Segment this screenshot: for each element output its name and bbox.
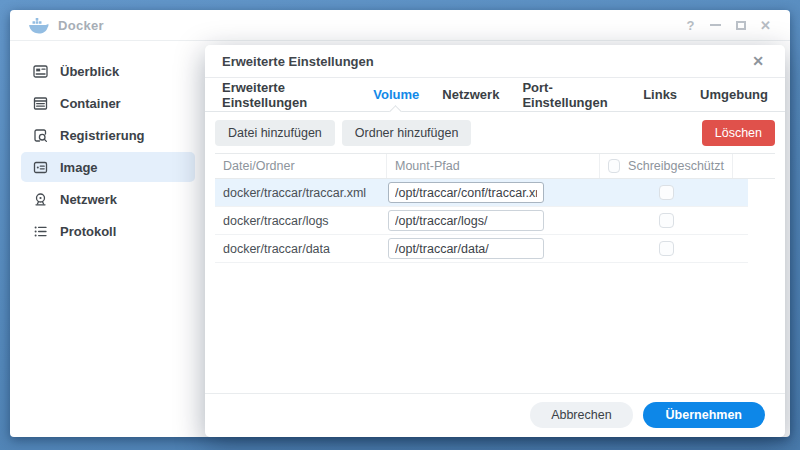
sidebar-item-label: Überblick: [60, 64, 119, 79]
network-icon: [32, 191, 49, 208]
dialog-header: Erweiterte Einstellungen ✕: [205, 45, 785, 78]
container-icon: [32, 95, 49, 112]
mount-path-cell: [387, 238, 600, 259]
readonly-checkbox[interactable]: [659, 213, 674, 228]
tab-links[interactable]: Links: [643, 78, 677, 111]
dialog-footer: Abbrechen Übernehmen: [205, 393, 785, 437]
sidebar-item-image[interactable]: Image: [21, 152, 195, 182]
volume-table: Datei/Ordner Mount-Pfad Schreibgeschützt…: [215, 153, 775, 263]
readonly-cell: [600, 213, 733, 228]
titlebar: Docker ? ✕: [10, 10, 790, 41]
tab-volume[interactable]: Volume: [373, 78, 419, 111]
close-icon[interactable]: ✕: [753, 14, 778, 36]
file-path-cell: docker/traccar/logs: [215, 214, 387, 228]
mount-path-input[interactable]: [388, 182, 544, 203]
file-path-cell: docker/traccar/data: [215, 242, 387, 256]
readonly-cell: [600, 185, 733, 200]
sidebar-item-label: Container: [60, 96, 121, 111]
log-icon: [32, 223, 49, 240]
column-header-file[interactable]: Datei/Ordner: [215, 154, 387, 178]
mount-path-cell: [387, 210, 600, 231]
table-row[interactable]: docker/traccar/logs: [215, 207, 748, 235]
maximize-icon[interactable]: [728, 14, 753, 36]
sidebar-item-ueberblick[interactable]: Überblick: [21, 56, 195, 86]
mount-path-input[interactable]: [388, 210, 544, 231]
sidebar-item-netzwerk[interactable]: Netzwerk: [21, 184, 195, 214]
registry-icon: [32, 127, 49, 144]
sidebar-item-registrierung[interactable]: Registrierung: [21, 120, 195, 150]
window-controls: ? ✕: [678, 14, 790, 36]
readonly-cell: [600, 241, 733, 256]
table-row[interactable]: docker/traccar/traccar.xml: [215, 179, 748, 207]
cancel-button[interactable]: Abbrechen: [530, 402, 632, 428]
sidebar-item-container[interactable]: Container: [21, 88, 195, 118]
app-title: Docker: [58, 18, 104, 33]
dialog-title: Erweiterte Einstellungen: [222, 54, 374, 69]
advanced-settings-dialog: Erweiterte Einstellungen ✕ Erweiterte Ei…: [205, 45, 785, 437]
column-header-gutter: [733, 154, 775, 178]
delete-button[interactable]: Löschen: [702, 120, 775, 146]
file-path-cell: docker/traccar/traccar.xml: [215, 186, 387, 200]
sidebar-item-label: Image: [60, 160, 98, 175]
add-folder-button[interactable]: Ordner hinzufügen: [342, 120, 472, 146]
sidebar-item-label: Netzwerk: [60, 192, 117, 207]
column-header-mount[interactable]: Mount-Pfad: [387, 154, 600, 178]
minimize-icon[interactable]: [703, 14, 728, 36]
dialog-close-icon[interactable]: ✕: [748, 51, 768, 71]
apply-button[interactable]: Übernehmen: [643, 402, 765, 428]
column-header-readonly: Schreibgeschützt: [600, 154, 733, 178]
readonly-select-all-checkbox[interactable]: [608, 159, 620, 173]
sidebar-item-label: Registrierung: [60, 128, 145, 143]
tab-erweiterte-einstellungen[interactable]: Erweiterte Einstellungen: [222, 78, 350, 111]
mount-path-input[interactable]: [388, 238, 544, 259]
add-file-button[interactable]: Datei hinzufügen: [215, 120, 335, 146]
mount-path-cell: [387, 182, 600, 203]
docker-whale-icon: [28, 17, 49, 34]
sidebar-item-protokoll[interactable]: Protokoll: [21, 216, 195, 246]
table-header: Datei/Ordner Mount-Pfad Schreibgeschützt: [215, 153, 775, 179]
dialog-tabs: Erweiterte Einstellungen Volume Netzwerk…: [205, 78, 785, 112]
readonly-checkbox[interactable]: [659, 241, 674, 256]
image-icon: [32, 159, 49, 176]
sidebar-item-label: Protokoll: [60, 224, 116, 239]
tab-port-einstellungen[interactable]: Port-Einstellungen: [522, 78, 620, 111]
overview-icon: [32, 63, 49, 80]
readonly-checkbox[interactable]: [659, 185, 674, 200]
sidebar: Überblick Container Registrierung Image …: [10, 42, 206, 437]
tab-netzwerk[interactable]: Netzwerk: [442, 78, 499, 111]
volume-toolbar: Datei hinzufügen Ordner hinzufügen Lösch…: [215, 120, 775, 146]
table-row[interactable]: docker/traccar/data: [215, 235, 748, 263]
help-icon[interactable]: ?: [678, 14, 703, 36]
tab-umgebung[interactable]: Umgebung: [700, 78, 768, 111]
